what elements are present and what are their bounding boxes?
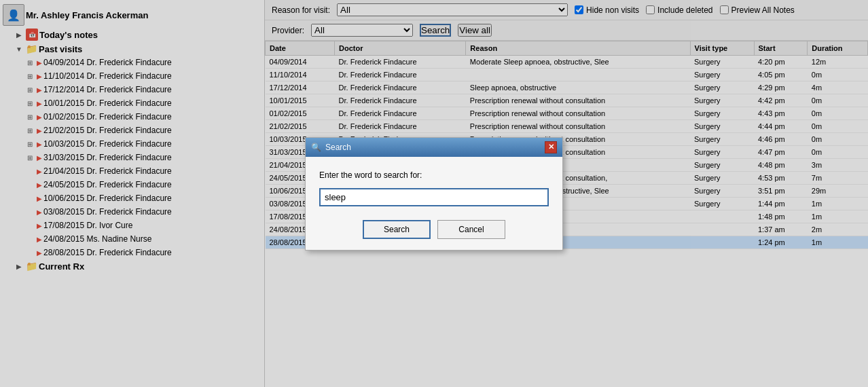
dialog-search-button[interactable]: Search xyxy=(363,220,431,239)
dialog-buttons: Search Cancel xyxy=(319,220,549,239)
search-input[interactable] xyxy=(319,188,549,206)
dialog-title: Search xyxy=(325,143,351,152)
dialog-titlebar: 🔍 Search ✕ xyxy=(306,138,562,157)
dialog-body: Enter the word to search for: Search Can… xyxy=(306,157,562,250)
dialog-prompt: Enter the word to search for: xyxy=(319,170,549,180)
dialog-close-button[interactable]: ✕ xyxy=(545,141,557,153)
dialog-titlebar-left: 🔍 Search xyxy=(311,143,351,152)
dialog-cancel-button[interactable]: Cancel xyxy=(437,220,505,239)
dialog-overlay: 🔍 Search ✕ Enter the word to search for:… xyxy=(0,0,868,387)
search-dialog-icon: 🔍 xyxy=(311,143,321,152)
search-dialog: 🔍 Search ✕ Enter the word to search for:… xyxy=(305,137,563,251)
